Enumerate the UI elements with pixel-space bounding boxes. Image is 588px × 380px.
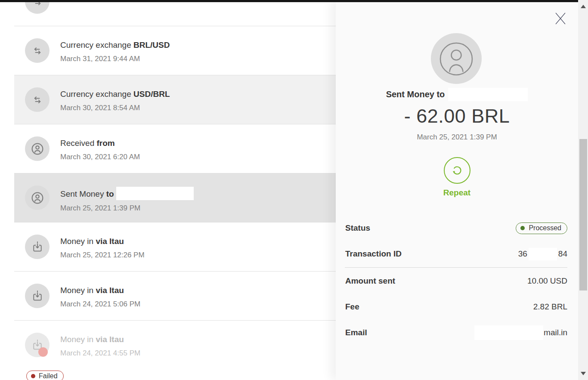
- row-title: Received from: [60, 138, 331, 149]
- recipient-redaction: [448, 88, 528, 101]
- row-title: Currency exchange BRL/USD: [60, 40, 331, 51]
- scroll-down-icon: [581, 372, 586, 375]
- top-black-strip: [0, 0, 579, 2]
- status-row: Status Processed: [345, 221, 567, 235]
- row-title-regular: Money in: [60, 335, 96, 344]
- row-title: Money in via Itau: [60, 334, 331, 345]
- person-icon: [30, 191, 45, 205]
- transaction-row[interactable]: Received from March 30, 2021 6:20 AM: [14, 124, 336, 173]
- email-visible-text: mail.in: [544, 328, 567, 337]
- email-redaction: [474, 325, 543, 340]
- status-dot-icon: [520, 226, 525, 230]
- email-row: Email mail.in: [345, 326, 567, 340]
- repeat-button[interactable]: Repeat: [336, 157, 578, 198]
- email-label: Email: [345, 328, 367, 337]
- avatar: [431, 33, 482, 84]
- amount-sent-row: Amount sent 10.00 USD: [345, 274, 567, 288]
- currency-exchange-icon: [31, 93, 44, 106]
- page: March 31, 2021 9:45 AM Currency exchange…: [0, 0, 588, 380]
- row-title-regular: Received: [60, 139, 97, 148]
- transaction-row[interactable]: Money in via Itau March 25, 2021 12:26 P…: [14, 222, 336, 272]
- transaction-detail-panel: Sent Money to - 62.00 BRL March 25, 2021…: [336, 0, 578, 380]
- person-avatar-icon: [431, 33, 482, 84]
- transaction-amount: - 62.00 BRL: [336, 105, 578, 127]
- status-label: Status: [345, 223, 370, 233]
- row-title-bold: via Itau: [96, 286, 124, 295]
- transaction-date: March 25, 2021 1:39 PM: [336, 133, 578, 142]
- transaction-id-end: 84: [558, 249, 567, 259]
- scrollbar[interactable]: [578, 0, 588, 380]
- row-date: March 25, 2021 1:39 PM: [60, 203, 331, 213]
- row-redaction: [116, 187, 194, 200]
- row-date: March 30, 2021 8:54 AM: [60, 103, 331, 113]
- row-date: March 31, 2021 9:44 AM: [60, 54, 331, 64]
- row-icon-circle: [25, 333, 50, 357]
- email-value: mail.in: [474, 325, 567, 340]
- amount-sent-label: Amount sent: [345, 276, 395, 286]
- transaction-row[interactable]: Currency exchange USD/BRL March 30, 2021…: [14, 75, 336, 124]
- scroll-down-button[interactable]: [578, 367, 588, 380]
- scrollbar-thumb[interactable]: [579, 139, 587, 290]
- scroll-up-icon: [581, 5, 586, 8]
- fee-row: Fee 2.82 BRL: [345, 300, 567, 314]
- row-date: March 30, 2021 6:20 AM: [60, 152, 331, 162]
- row-icon-circle: [25, 87, 50, 112]
- row-date: March 24, 2021 4:55 PM: [60, 348, 331, 358]
- money-in-icon: [31, 290, 44, 303]
- notification-dot: [38, 347, 48, 357]
- fee-value: 2.82 BRL: [533, 302, 567, 312]
- transaction-row[interactable]: Money in via Itau March 24, 2021 4:55 PM: [14, 321, 336, 380]
- fee-label: Fee: [345, 302, 359, 312]
- row-icon-circle: [25, 136, 50, 161]
- row-date: March 24, 2021 5:06 PM: [60, 299, 331, 309]
- currency-exchange-icon: [31, 44, 44, 57]
- failed-dot-icon: [31, 374, 35, 378]
- panel-title-text: Sent Money to: [386, 90, 445, 99]
- row-title: Money in via Itau: [60, 236, 331, 247]
- transaction-id-redaction: [529, 248, 557, 260]
- row-title-bold: USD/BRL: [133, 90, 170, 99]
- failed-badge-label: Failed: [39, 373, 58, 380]
- transaction-row[interactable]: Money in via Itau March 24, 2021 5:06 PM: [14, 272, 336, 321]
- transaction-row[interactable]: March 31, 2021 9:45 AM: [14, 0, 336, 26]
- transaction-list: March 31, 2021 9:45 AM Currency exchange…: [0, 0, 336, 380]
- amount-sent-value: 10.00 USD: [527, 276, 567, 286]
- transaction-id-start: 36: [518, 249, 527, 259]
- row-title: Sent Money to: [60, 187, 331, 200]
- row-icon-circle: [25, 185, 50, 210]
- row-title-bold: to: [106, 189, 114, 198]
- panel-title: Sent Money to: [336, 88, 578, 101]
- row-title-regular: Sent Money: [60, 189, 106, 198]
- row-title-bold: via Itau: [96, 335, 124, 344]
- transaction-row[interactable]: Currency exchange BRL/USD March 31, 2021…: [14, 26, 336, 75]
- row-title-regular: Currency exchange: [60, 40, 133, 49]
- transaction-id-label: Transaction ID: [345, 249, 402, 259]
- transaction-id-value: 36 84: [518, 248, 567, 260]
- row-icon-circle: [25, 284, 50, 308]
- money-in-icon: [31, 241, 44, 253]
- close-icon[interactable]: [554, 12, 567, 25]
- status-value: Processed: [529, 225, 561, 232]
- row-icon-circle: [25, 235, 50, 259]
- transaction-id-row: Transaction ID 36 84: [345, 247, 567, 261]
- panel-divider: [345, 267, 567, 268]
- repeat-icon: [450, 163, 464, 178]
- repeat-label: Repeat: [443, 188, 470, 198]
- person-icon: [30, 142, 45, 156]
- row-title-bold: BRL/USD: [133, 40, 170, 49]
- transaction-row[interactable]: Sent Money to March 25, 2021 1:39 PM: [14, 173, 336, 222]
- row-date: March 25, 2021 12:26 PM: [60, 250, 331, 260]
- failed-status-badge: Failed: [26, 371, 64, 380]
- row-title-bold: via Itau: [96, 237, 124, 246]
- row-title: Money in via Itau: [60, 285, 331, 296]
- row-title-bold: from: [97, 139, 115, 148]
- row-title-regular: Money in: [60, 286, 96, 295]
- row-title-regular: Money in: [60, 237, 96, 246]
- status-badge: Processed: [516, 222, 567, 234]
- row-title: Currency exchange USD/BRL: [60, 89, 331, 100]
- row-icon-circle: [25, 38, 50, 63]
- row-title-regular: Currency exchange: [60, 90, 133, 99]
- scroll-up-button[interactable]: [578, 0, 588, 13]
